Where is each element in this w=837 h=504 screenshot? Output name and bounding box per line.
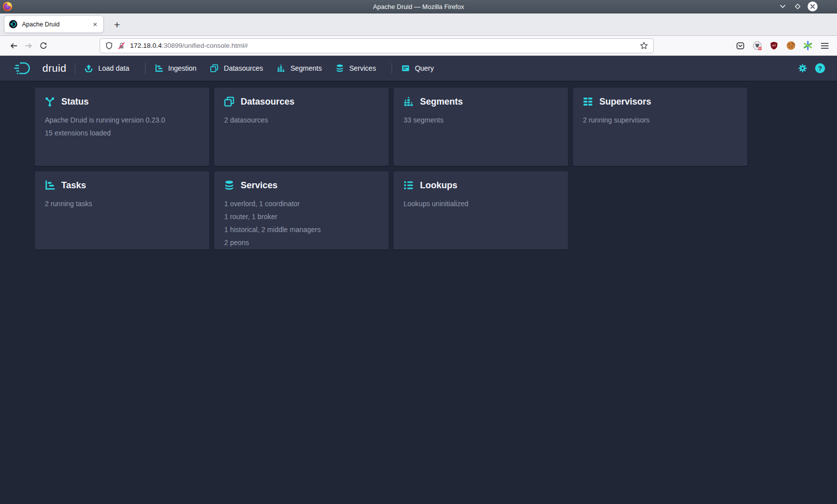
settings-gear-icon[interactable] — [798, 64, 807, 73]
tasks-count-text: 2 running tasks — [45, 197, 199, 210]
nav-load-data-label: Load data — [98, 64, 129, 72]
services-line: 1 router, 1 broker — [224, 210, 379, 223]
card-title: Segments — [420, 97, 463, 107]
tab-close-icon[interactable]: × — [90, 19, 100, 29]
multi-select-icon — [210, 64, 218, 72]
nav-segments[interactable]: Segments — [270, 56, 329, 81]
nav-services[interactable]: Services — [329, 56, 383, 81]
navbar-divider — [145, 63, 145, 74]
navbar-divider — [392, 63, 392, 74]
multi-select-icon — [224, 97, 234, 107]
bookmark-star-icon[interactable] — [640, 41, 648, 50]
window-title: Apache Druid — Mozilla Firefox — [373, 3, 464, 10]
druid-brand-text: druid — [42, 62, 66, 74]
pocket-icon[interactable] — [735, 40, 745, 51]
firefox-logo-icon — [2, 1, 12, 11]
graph-nodes-icon — [45, 97, 55, 107]
url-bar[interactable]: 172.18.0.4:30899/unified-console.html# — [100, 38, 654, 53]
upload-arrow-icon — [85, 64, 93, 72]
status-extensions-text: 15 extensions loaded — [45, 126, 199, 139]
tab-apache-druid[interactable]: Apache Druid × — [4, 15, 104, 33]
lookups-card[interactable]: Lookups Lookups uninitialized — [394, 171, 568, 250]
home-view: Status Apache Druid is running version 0… — [0, 81, 837, 504]
nav-ingestion-label: Ingestion — [168, 64, 197, 72]
nav-query[interactable]: Query — [395, 56, 441, 81]
tab-bar: Apache Druid × + — [0, 13, 837, 36]
navbar-divider — [75, 63, 75, 74]
card-title: Supervisors — [599, 97, 651, 107]
navbar-right: ? — [798, 63, 825, 73]
help-icon[interactable]: ? — [815, 63, 825, 73]
new-tab-button[interactable]: + — [111, 19, 124, 30]
gantt-icon — [45, 180, 55, 190]
close-icon[interactable] — [807, 1, 818, 12]
window-controls — [777, 1, 818, 12]
proxy-extension-icon[interactable] — [752, 40, 762, 51]
status-card[interactable]: Status Apache Druid is running version 0… — [35, 88, 209, 166]
services-line: 2 peons — [224, 236, 379, 249]
back-icon[interactable] — [6, 39, 21, 53]
console-icon — [402, 64, 410, 72]
tab-title: Apache Druid — [22, 21, 90, 28]
shield-icon[interactable] — [105, 42, 113, 50]
minimize-icon[interactable] — [777, 1, 788, 12]
cookie-extension-icon[interactable] — [786, 40, 796, 51]
stacked-bars-icon — [277, 64, 285, 72]
services-line: 1 historical, 2 middle managers — [224, 223, 379, 236]
database-icon — [224, 180, 234, 190]
nav-services-label: Services — [349, 64, 376, 72]
ublock-badge-text: uO — [772, 44, 776, 47]
list-columns-icon — [583, 97, 593, 107]
supervisors-card[interactable]: Supervisors 2 running supervisors — [573, 88, 747, 166]
status-cards-grid: Status Apache Druid is running version 0… — [35, 88, 837, 250]
card-title: Status — [61, 97, 89, 107]
services-card[interactable]: Services 1 overlord, 1 coordinator 1 rou… — [214, 171, 389, 250]
segments-count-text: 33 segments — [404, 114, 558, 126]
url-host: 172.18.0.4 — [130, 42, 162, 49]
maximize-icon[interactable] — [792, 1, 803, 12]
forward-icon[interactable] — [21, 39, 36, 53]
druid-navbar: druid Load data Ingestion Datasources Se… — [0, 56, 837, 81]
gantt-icon — [155, 64, 163, 72]
nav-load-data[interactable]: Load data — [78, 56, 136, 81]
url-path: :30899/unified-console.html# — [162, 42, 248, 49]
nav-ingestion[interactable]: Ingestion — [148, 56, 204, 81]
stacked-bars-icon — [404, 97, 414, 107]
url-text[interactable]: 172.18.0.4:30899/unified-console.html# — [130, 42, 636, 49]
insecure-lock-icon[interactable] — [118, 42, 126, 50]
nav-datasources[interactable]: Datasources — [203, 56, 270, 81]
services-line: 1 overlord, 1 coordinator — [224, 197, 379, 210]
card-title: Tasks — [61, 180, 86, 191]
tab-favicon-druid-icon — [9, 20, 17, 28]
tasks-card[interactable]: Tasks 2 running tasks — [35, 171, 209, 250]
druid-logo[interactable]: druid — [14, 61, 66, 76]
lookups-status-text: Lookups uninitialized — [404, 197, 558, 210]
datasources-count-text: 2 datasources — [224, 114, 379, 126]
nav-segments-label: Segments — [290, 64, 322, 72]
card-title: Lookups — [420, 180, 457, 191]
database-icon — [336, 64, 344, 72]
druid-logo-icon — [14, 61, 38, 76]
supervisors-count-text: 2 running supervisors — [583, 114, 737, 126]
navigation-toolbar: 172.18.0.4:30899/unified-console.html# u… — [0, 36, 837, 56]
datasources-card[interactable]: Datasources 2 datasources — [214, 88, 389, 166]
card-title: Datasources — [241, 97, 294, 107]
nav-datasources-label: Datasources — [224, 64, 263, 72]
properties-icon — [404, 180, 414, 190]
consent-asterisk-icon[interactable] — [803, 40, 813, 51]
nav-query-label: Query — [415, 64, 434, 72]
card-title: Services — [241, 180, 278, 191]
segments-card[interactable]: Segments 33 segments — [394, 88, 568, 166]
ublock-origin-icon[interactable]: uO — [769, 40, 779, 51]
window-titlebar: Apache Druid — Mozilla Firefox — [0, 0, 837, 13]
toolbar-extension-icons: uO — [735, 40, 830, 51]
status-version-text: Apache Druid is running version 0.23.0 — [45, 114, 199, 126]
reload-icon[interactable] — [36, 39, 51, 53]
menu-hamburger-icon[interactable] — [820, 40, 830, 51]
